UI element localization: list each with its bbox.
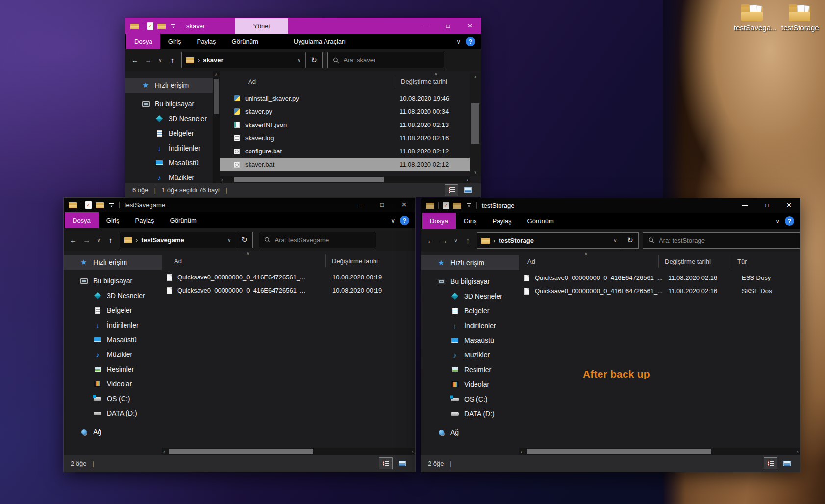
- properties-check-icon[interactable]: ✓: [443, 202, 449, 209]
- sidebar-item-documents[interactable]: Belgeler: [421, 303, 519, 318]
- sidebar-item-quick-access[interactable]: ★Hızlı erişim: [421, 255, 519, 270]
- maximize-button[interactable]: □: [437, 18, 459, 34]
- address-bar[interactable]: › testStorage ∨ ↻: [477, 232, 639, 249]
- back-button[interactable]: ←: [128, 56, 142, 64]
- refresh-icon[interactable]: ↻: [622, 233, 638, 248]
- sidebar-item-downloads[interactable]: ↓İndirilenler: [421, 318, 519, 333]
- sidebar-item-music[interactable]: ♪Müzikler: [421, 348, 519, 362]
- address-dropdown-icon[interactable]: ∨: [293, 57, 305, 63]
- tab-giris[interactable]: Giriş: [99, 212, 127, 228]
- help-icon[interactable]: ?: [785, 216, 794, 226]
- recent-locations-icon[interactable]: ∨: [450, 238, 461, 243]
- scroll-left-icon[interactable]: ‹: [521, 448, 523, 455]
- sidebar-item-videos[interactable]: Videolar: [64, 377, 162, 391]
- properties-check-icon[interactable]: ✓: [85, 201, 92, 209]
- folder-icon[interactable]: [426, 202, 434, 209]
- new-folder-icon[interactable]: [453, 202, 461, 209]
- horizontal-scrollbar[interactable]: ‹ ›: [519, 448, 800, 455]
- scrollbar-thumb[interactable]: [214, 79, 219, 114]
- vertical-scrollbar[interactable]: ∧ ∨: [470, 73, 481, 176]
- tab-paylas[interactable]: Paylaş: [189, 34, 224, 49]
- file-row[interactable]: Quicksave0_00000000_0_416E64726561_...11…: [519, 271, 800, 284]
- up-button[interactable]: ↑: [166, 56, 179, 64]
- sidebar-item-network[interactable]: Ağ: [64, 425, 162, 439]
- sidebar-item-music[interactable]: ♪Müzikler: [125, 170, 213, 183]
- tab-dosya[interactable]: Dosya: [126, 34, 160, 49]
- sidebar-item-pictures[interactable]: Resimler: [64, 362, 162, 377]
- column-header-name[interactable]: Ad: [162, 257, 325, 265]
- scroll-up-icon[interactable]: ∧: [213, 72, 220, 76]
- close-button[interactable]: ×: [393, 198, 415, 212]
- quick-access-dropdown-icon[interactable]: ∨: [465, 203, 473, 208]
- scroll-left-icon[interactable]: ‹: [163, 448, 165, 455]
- maximize-button[interactable]: □: [371, 198, 393, 212]
- tab-uygulama-araclari[interactable]: Uygulama Araçları: [286, 34, 353, 49]
- sidebar-item-desktop[interactable]: Masaüstü: [421, 333, 519, 348]
- ribbon-expand-icon[interactable]: ∨: [775, 218, 780, 225]
- file-row-selected[interactable]: skaver.bat11.08.2020 02:12: [220, 158, 470, 171]
- scroll-right-icon[interactable]: ›: [466, 176, 468, 183]
- column-header-name[interactable]: Ad: [220, 78, 395, 85]
- sidebar-item-3d-objects[interactable]: 3D Nesneler: [125, 111, 213, 126]
- scroll-up-icon[interactable]: ∧: [474, 73, 477, 81]
- sidebar-item-quick-access[interactable]: ★Hızlı erişim: [125, 78, 213, 93]
- breadcrumb-location[interactable]: skaver: [203, 56, 223, 64]
- breadcrumb-location[interactable]: testSavegame: [141, 236, 184, 244]
- minimize-button[interactable]: —: [349, 198, 371, 212]
- horizontal-scrollbar[interactable]: ‹ ›: [162, 448, 415, 455]
- sidebar-item-downloads[interactable]: ↓İndirilenler: [64, 318, 162, 332]
- scrollbar-thumb[interactable]: [169, 449, 313, 454]
- properties-check-icon[interactable]: ✓: [147, 22, 153, 30]
- desktop-icon-testsavegame[interactable]: testSavega...: [734, 3, 770, 32]
- sidebar-item-videos[interactable]: Videolar: [421, 377, 519, 392]
- close-button[interactable]: ×: [778, 198, 800, 213]
- search-input[interactable]: [344, 56, 439, 64]
- file-row[interactable]: configure.bat11.08.2020 02:12: [220, 145, 470, 158]
- thumbnail-view-button[interactable]: [461, 185, 474, 196]
- tab-gorunum[interactable]: Görünüm: [520, 213, 562, 229]
- tab-dosya[interactable]: Dosya: [422, 213, 456, 229]
- maximize-button[interactable]: □: [756, 198, 778, 213]
- recent-locations-icon[interactable]: ∨: [93, 237, 104, 243]
- sidebar-item-drive-d[interactable]: DATA (D:): [64, 406, 162, 421]
- file-row[interactable]: Quicksave0_00000000_0_416E64726561_...10…: [162, 271, 415, 284]
- refresh-icon[interactable]: ↻: [305, 52, 322, 68]
- column-header-type[interactable]: Tür: [731, 255, 747, 268]
- file-row[interactable]: skaver.log11.08.2020 02:16: [220, 131, 470, 145]
- scroll-right-icon[interactable]: ›: [412, 448, 414, 455]
- search-input[interactable]: [659, 237, 795, 244]
- tab-paylas[interactable]: Paylaş: [485, 213, 520, 229]
- quick-access-dropdown-icon[interactable]: ∨: [170, 24, 177, 28]
- ribbon-expand-icon[interactable]: ∨: [456, 38, 461, 45]
- breadcrumb-location[interactable]: testStorage: [499, 237, 534, 244]
- file-row[interactable]: skaverINF.json11.08.2020 02:13: [220, 118, 470, 131]
- minimize-button[interactable]: —: [415, 18, 437, 34]
- scrollbar-thumb[interactable]: [234, 177, 384, 182]
- sidebar-item-drive-c[interactable]: OS (C:): [421, 392, 519, 406]
- scroll-down-icon[interactable]: ∨: [474, 168, 477, 176]
- sidebar-item-this-pc[interactable]: Bu bilgisayar: [64, 274, 162, 288]
- scrollbar-track[interactable]: [470, 81, 481, 168]
- minimize-button[interactable]: —: [734, 198, 756, 213]
- details-view-button[interactable]: [379, 458, 392, 469]
- new-folder-icon[interactable]: [96, 202, 104, 208]
- close-button[interactable]: ×: [459, 18, 481, 34]
- details-view-button[interactable]: [445, 185, 458, 196]
- ribbon-expand-icon[interactable]: ∨: [391, 217, 395, 224]
- title-bar[interactable]: ✓ ∨ testSavegame — □ ×: [64, 198, 415, 212]
- forward-button[interactable]: →: [142, 56, 155, 64]
- sidebar-item-documents[interactable]: Belgeler: [125, 126, 213, 141]
- new-folder-icon[interactable]: [157, 23, 166, 29]
- back-button[interactable]: ←: [67, 236, 80, 244]
- scroll-right-icon[interactable]: ›: [797, 448, 799, 455]
- up-button[interactable]: ↑: [104, 236, 117, 244]
- sidebar-item-downloads[interactable]: ↓İndirilenler: [125, 141, 213, 155]
- folder-icon[interactable]: [130, 23, 139, 29]
- back-button[interactable]: ←: [424, 236, 437, 245]
- address-dropdown-icon[interactable]: ∨: [223, 237, 236, 243]
- sidebar-item-this-pc[interactable]: Bu bilgisayar: [125, 97, 213, 111]
- scrollbar-thumb[interactable]: [527, 449, 711, 454]
- forward-button[interactable]: →: [437, 236, 450, 245]
- title-bar[interactable]: ✓ ∨ testStorage — □ ×: [421, 198, 800, 213]
- sidebar-item-this-pc[interactable]: Bu bilgisayar: [421, 274, 519, 289]
